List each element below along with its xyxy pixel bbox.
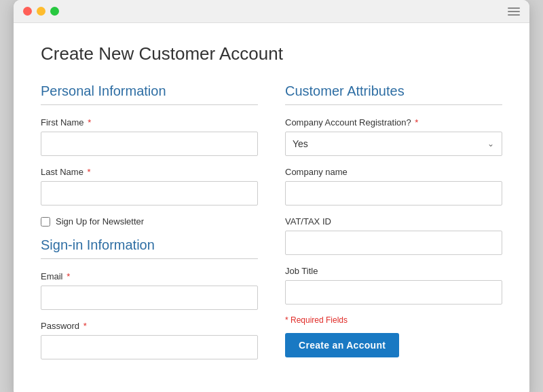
job-title-group: Job Title [285, 266, 502, 305]
close-button[interactable] [23, 7, 32, 16]
password-required: * [81, 321, 87, 331]
email-required: * [64, 271, 71, 281]
vat-tax-input[interactable] [285, 231, 502, 255]
personal-divider [41, 104, 258, 105]
minimize-button[interactable] [37, 7, 45, 16]
window-controls [23, 7, 59, 16]
first-name-group: First Name * [41, 117, 258, 156]
signin-divider [41, 258, 258, 259]
company-name-group: Company name [285, 167, 502, 205]
email-input[interactable] [41, 286, 258, 310]
company-name-input[interactable] [285, 181, 502, 205]
company-account-label: Company Account Registration? * [285, 117, 502, 128]
last-name-input[interactable] [41, 181, 258, 205]
window-content: Create New Customer Account Personal Inf… [14, 23, 529, 392]
first-name-input[interactable] [41, 132, 258, 156]
right-column: Customer Attributes Company Account Regi… [285, 83, 502, 370]
password-input[interactable] [41, 335, 258, 359]
left-column: Personal Information First Name * Last N… [41, 83, 258, 370]
email-label: Email * [41, 271, 258, 281]
newsletter-row: Sign Up for Newsletter [41, 216, 258, 227]
job-title-label: Job Title [285, 266, 502, 276]
vat-tax-group: VAT/TAX ID [285, 216, 502, 255]
company-name-label: Company name [285, 167, 502, 177]
company-account-select[interactable]: Yes No [285, 132, 502, 156]
email-group: Email * [41, 271, 258, 310]
last-name-label: Last Name * [41, 167, 258, 177]
job-title-input[interactable] [285, 280, 502, 305]
app-window: Create New Customer Account Personal Inf… [14, 0, 529, 392]
newsletter-label: Sign Up for Newsletter [56, 216, 144, 227]
newsletter-checkbox[interactable] [41, 217, 50, 227]
personal-info-heading: Personal Information [41, 83, 258, 99]
company-account-group: Company Account Registration? * Yes No ⌄ [285, 117, 502, 156]
first-name-required: * [86, 117, 92, 128]
create-account-button[interactable]: Create an Account [285, 333, 399, 357]
last-name-required: * [85, 167, 91, 177]
titlebar [14, 0, 529, 23]
menu-icon[interactable] [508, 7, 520, 16]
first-name-label: First Name * [41, 117, 258, 128]
signin-section: Sign-in Information Email * Password * [41, 237, 258, 359]
last-name-group: Last Name * [41, 167, 258, 205]
signin-heading: Sign-in Information [41, 237, 258, 253]
vat-tax-label: VAT/TAX ID [285, 216, 502, 227]
maximize-button[interactable] [50, 7, 59, 16]
company-account-select-wrapper: Yes No ⌄ [285, 132, 502, 156]
password-label: Password * [41, 321, 258, 331]
customer-attributes-heading: Customer Attributes [285, 83, 502, 99]
password-group: Password * [41, 321, 258, 359]
page-title: Create New Customer Account [41, 43, 502, 64]
customer-attributes-divider [285, 104, 502, 105]
required-note: * Required Fields [285, 315, 502, 325]
form-layout: Personal Information First Name * Last N… [41, 83, 502, 370]
company-account-required: * [413, 117, 419, 128]
